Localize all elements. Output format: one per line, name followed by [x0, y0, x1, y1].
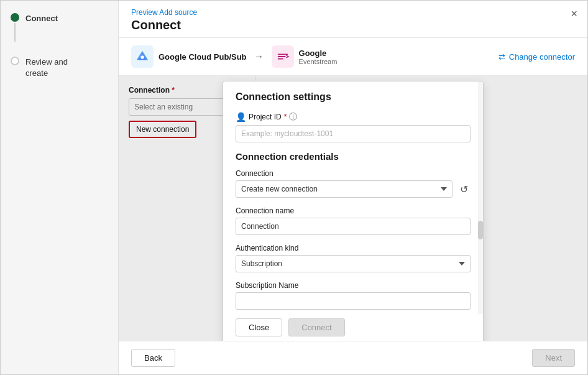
- step-dot-review: [11, 57, 19, 65]
- auth-kind-label: Authentication kind: [236, 244, 298, 252]
- auth-kind-field: Authentication kind Subscription: [236, 244, 471, 272]
- main-content: Preview Add source Connect × Google Clou…: [119, 1, 587, 374]
- close-window-button[interactable]: ×: [571, 8, 577, 19]
- source-connector: Google Cloud Pub/Sub: [131, 45, 247, 68]
- settings-dialog: Connection settings 👤 Project ID * ⓘ: [223, 81, 484, 341]
- refresh-button[interactable]: ↺: [457, 181, 471, 198]
- connection-name-input[interactable]: [236, 218, 471, 235]
- step-label-review: Review and create: [25, 57, 68, 79]
- subscription-name-label: Subscription Name: [236, 281, 298, 290]
- step-review: Review and create: [11, 57, 108, 79]
- change-connector-button[interactable]: ⇄ Change connector: [498, 52, 575, 62]
- dialog-close-button[interactable]: Close: [236, 318, 282, 336]
- page-footer: Back Next: [119, 341, 587, 374]
- connection-settings-title: Connection settings: [236, 91, 471, 103]
- project-id-field: 👤 Project ID * ⓘ: [236, 111, 471, 142]
- eventstream-icon: [272, 45, 294, 68]
- footer-left: Back: [131, 349, 175, 367]
- credentials-title: Connection credentials: [236, 151, 471, 162]
- source-label: Google Cloud Pub/Sub: [158, 52, 247, 62]
- auth-kind-select[interactable]: Subscription: [236, 255, 471, 272]
- destination-connector: Google Eventstream: [272, 45, 338, 68]
- subscription-name-input[interactable]: [236, 292, 471, 310]
- back-button[interactable]: Back: [131, 349, 175, 367]
- connection-name-field: Connection name: [236, 206, 471, 235]
- step-dot-connect: [11, 13, 19, 22]
- subscription-name-field: Subscription Name: [236, 281, 471, 310]
- breadcrumb: Preview Add source: [131, 8, 575, 17]
- content-area: Connection * New connection Connection s…: [119, 76, 587, 341]
- dialog-scrollbar-thumb: [478, 221, 483, 239]
- settings-overlay: Connection settings 👤 Project ID * ⓘ: [119, 76, 587, 341]
- connection-name-label: Connection name: [236, 206, 294, 215]
- connection-label: Connection: [236, 169, 273, 178]
- footer-right: Next: [532, 349, 575, 367]
- dialog-scrollbar: [478, 81, 483, 314]
- project-id-label: Project ID: [249, 113, 282, 121]
- connection-select[interactable]: Create new connection: [236, 180, 452, 198]
- next-button[interactable]: Next: [532, 349, 575, 367]
- connector-arrow: →: [254, 51, 264, 62]
- step-connect: Connect: [11, 13, 108, 42]
- svg-point-2: [140, 55, 144, 59]
- step-label-connect: Connect: [25, 13, 58, 24]
- connector-bar: Google Cloud Pub/Sub → Google Eventstrea…: [119, 38, 587, 76]
- page-title: Connect: [131, 18, 575, 32]
- page-header: Preview Add source Connect ×: [119, 1, 587, 38]
- step-line: [14, 23, 16, 42]
- project-id-info-icon: ⓘ: [289, 111, 297, 123]
- breadcrumb-preview[interactable]: Preview: [131, 8, 158, 17]
- settings-dialog-footer: Close Connect: [223, 312, 483, 341]
- person-icon: 👤: [236, 112, 246, 122]
- gcp-icon: [131, 45, 154, 68]
- main-window: Connect Review and create Preview Add so…: [0, 0, 588, 375]
- change-connector-label: Change connector: [509, 52, 575, 62]
- destination-sub: Eventstream: [299, 58, 338, 65]
- project-id-required: *: [284, 113, 287, 121]
- sidebar: Connect Review and create: [1, 1, 119, 374]
- change-icon: ⇄: [498, 52, 505, 62]
- settings-dialog-content: Connection settings 👤 Project ID * ⓘ: [223, 81, 483, 312]
- project-id-input[interactable]: [236, 125, 471, 142]
- breadcrumb-add-source[interactable]: Add source: [159, 8, 197, 17]
- destination-labels: Google Eventstream: [299, 49, 338, 65]
- dialog-connect-button[interactable]: Connect: [288, 318, 344, 336]
- connection-select-field: Connection Create new connection ↺: [236, 169, 471, 198]
- destination-name: Google: [299, 49, 338, 58]
- connection-select-row: Create new connection ↺: [236, 180, 471, 198]
